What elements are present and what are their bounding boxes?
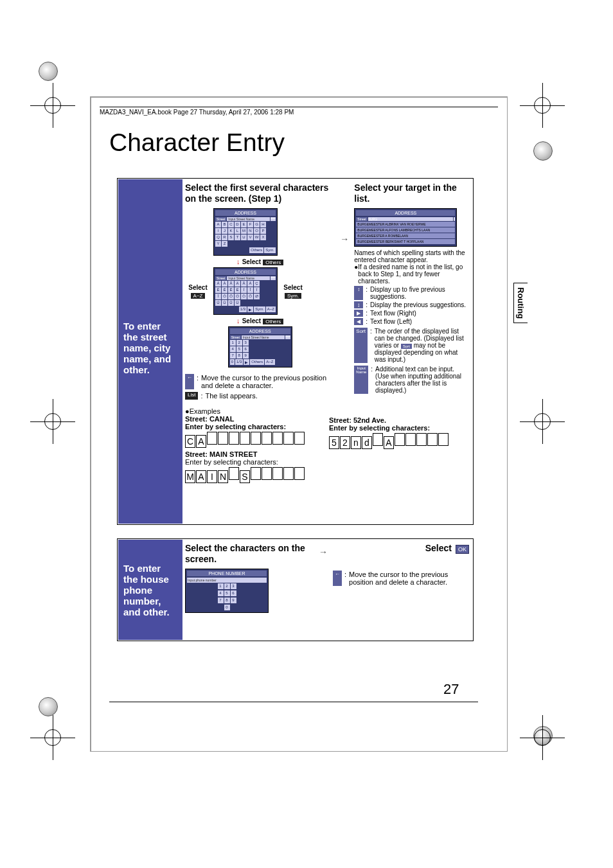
key-m[interactable]: M <box>241 228 247 234</box>
sort-icon: Sort <box>401 344 412 349</box>
sidebar-text: To enter the street name, city name, and… <box>118 179 182 524</box>
key-q[interactable]: Q <box>215 235 221 240</box>
key-9[interactable]: 9 <box>243 353 249 359</box>
char-box <box>294 467 305 480</box>
key-t[interactable]: T <box>235 235 240 240</box>
key-í[interactable]: Í <box>241 287 247 293</box>
key-l[interactable]: L <box>235 228 240 234</box>
key-2[interactable]: 2 <box>224 583 230 589</box>
key-a[interactable]: A <box>215 222 221 227</box>
key-f[interactable]: F <box>247 222 253 227</box>
az-button[interactable]: A~Z <box>191 293 206 299</box>
char-box <box>283 467 294 480</box>
key-i[interactable]: I <box>215 228 221 234</box>
key-3[interactable]: 3 <box>231 583 236 589</box>
key-j[interactable]: J <box>222 228 227 234</box>
key-n[interactable]: N <box>247 228 253 234</box>
others-button[interactable]: Others <box>263 260 283 265</box>
key-è[interactable]: È <box>215 287 221 293</box>
key-ø[interactable]: Ø <box>254 294 260 299</box>
key-î[interactable]: Î <box>247 287 253 293</box>
key-ô[interactable]: Ô <box>228 294 234 299</box>
key-h[interactable]: H <box>260 222 266 227</box>
key-k[interactable]: K <box>228 228 234 234</box>
key-r[interactable]: R <box>222 235 227 240</box>
key-ì[interactable]: Ì <box>215 294 221 299</box>
sort-button[interactable]: Sort <box>354 328 368 363</box>
char-box <box>294 432 305 445</box>
key-0[interactable]: 0 <box>230 359 235 365</box>
key-ò[interactable]: Ò <box>241 294 247 299</box>
key-5[interactable]: 5 <box>236 346 242 352</box>
key-9[interactable]: 9 <box>231 598 236 603</box>
key-6[interactable]: 6 <box>231 590 236 596</box>
key-c[interactable]: C <box>228 222 234 227</box>
key-á[interactable]: Á <box>215 281 221 287</box>
key-g[interactable]: G <box>254 222 260 227</box>
key-4[interactable]: 4 <box>230 346 236 352</box>
key-0[interactable]: 0 <box>224 605 230 610</box>
key-ù[interactable]: Ù <box>222 300 227 306</box>
key-z[interactable]: Z <box>222 241 227 247</box>
key-others[interactable]: Others <box>249 247 263 253</box>
key-▶[interactable]: ▶ <box>244 359 249 365</box>
key-A~Z[interactable]: A~Z <box>265 359 274 365</box>
key-6[interactable]: 6 <box>243 346 249 352</box>
key-ã[interactable]: Ã <box>241 281 247 287</box>
key-7[interactable]: 7 <box>230 353 236 359</box>
key-õ[interactable]: Õ <box>247 294 253 299</box>
key-4[interactable]: 4 <box>218 590 224 596</box>
key-a~z[interactable]: A~Z <box>266 306 276 312</box>
list-item[interactable]: BURGEMEESTER ALFONS LAMBRECHTS LAAN <box>356 227 455 233</box>
key-ï[interactable]: Ï <box>254 287 260 293</box>
key-d[interactable]: D <box>235 222 240 227</box>
key-ö[interactable]: Ö <box>235 294 240 299</box>
key-1/3[interactable]: 1/3 <box>235 359 243 365</box>
input-name-button[interactable]: InputName <box>354 366 368 394</box>
key-5[interactable]: 5 <box>224 590 230 596</box>
char-box: n <box>351 436 361 449</box>
list-item[interactable]: BURGEMEESTER BERKSWAT T HOFFLAAN <box>356 239 455 244</box>
list-item[interactable]: BURGEMEESTER A ROMBELAAN <box>356 233 455 238</box>
key-é[interactable]: É <box>222 287 227 293</box>
key-sym.[interactable]: Sym. <box>264 247 276 253</box>
ok-button[interactable]: OK <box>456 545 469 554</box>
key-p[interactable]: P <box>260 228 266 234</box>
list-button[interactable]: List <box>185 392 198 400</box>
key-û[interactable]: Û <box>228 300 234 306</box>
others-button-2[interactable]: Others <box>263 319 283 324</box>
key-▶[interactable]: ▶ <box>247 306 253 312</box>
key-1/3[interactable]: 1/3 <box>239 306 247 312</box>
key-s[interactable]: S <box>228 235 234 240</box>
key-ä[interactable]: Ä <box>235 281 240 287</box>
key-ë[interactable]: Ë <box>235 287 240 293</box>
key-ç[interactable]: Ç <box>254 281 260 287</box>
key-2[interactable]: 2 <box>236 340 242 346</box>
key-ê[interactable]: Ê <box>228 287 234 293</box>
key-1[interactable]: 1 <box>230 340 236 346</box>
key-ü[interactable]: Ü <box>235 300 240 306</box>
key-o[interactable]: O <box>254 228 260 234</box>
key-å[interactable]: Å <box>247 281 253 287</box>
sym-button[interactable]: Sym. <box>285 293 301 299</box>
key-x[interactable]: X <box>260 235 266 240</box>
key-e[interactable]: E <box>241 222 247 227</box>
key-à[interactable]: À <box>222 281 227 287</box>
key-7[interactable]: 7 <box>218 598 224 603</box>
key-1[interactable]: 1 <box>218 583 224 589</box>
key-3[interactable]: 3 <box>243 340 249 346</box>
key-u[interactable]: U <box>241 235 247 240</box>
key-y[interactable]: Y <box>215 241 221 247</box>
list-item[interactable]: BURGEMEESTER ALBRINK VAN ROEYERWE <box>356 222 455 227</box>
key-ú[interactable]: Ú <box>215 300 221 306</box>
key-8[interactable]: 8 <box>236 353 242 359</box>
key-sym.[interactable]: Sym. <box>254 306 265 312</box>
key-â[interactable]: Â <box>228 281 234 287</box>
key-w[interactable]: W <box>254 235 260 240</box>
reg-mark <box>529 93 555 118</box>
key-8[interactable]: 8 <box>224 598 230 603</box>
key-v[interactable]: V <box>247 235 253 240</box>
key-ó[interactable]: Ó <box>222 294 227 299</box>
key-b[interactable]: B <box>222 222 227 227</box>
key-Others[interactable]: Others <box>250 359 264 365</box>
